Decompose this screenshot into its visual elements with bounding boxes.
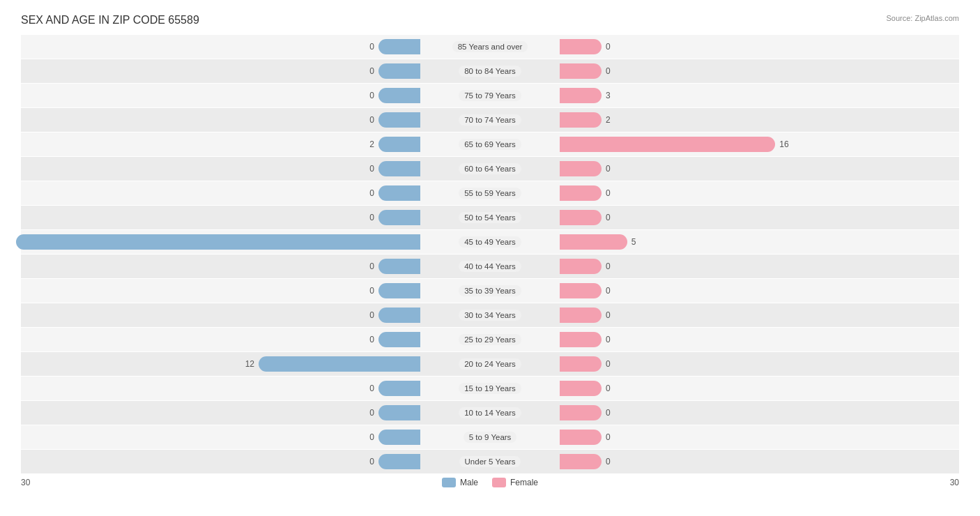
male-bar	[378, 454, 420, 469]
male-value: 0	[369, 408, 374, 418]
bar-row: 05 to 9 Years0	[21, 425, 959, 449]
age-label: 60 to 64 Years	[420, 164, 560, 174]
right-section: 0	[560, 279, 959, 303]
chart-title: SEX AND AGE IN ZIP CODE 65589	[21, 14, 959, 26]
bar-row: 025 to 29 Years0	[21, 328, 959, 351]
male-value: 0	[369, 432, 374, 442]
bar-row: 3045 to 49 Years5	[21, 230, 959, 254]
age-label: 45 to 49 Years	[420, 237, 560, 247]
female-value: 0	[606, 42, 611, 52]
male-bar	[378, 39, 420, 54]
axis-right-label: 30	[950, 478, 959, 487]
right-section: 16	[560, 132, 959, 156]
left-section: 0	[21, 59, 420, 83]
right-section: 0	[560, 352, 959, 376]
female-bar	[560, 283, 602, 298]
female-value: 0	[606, 164, 611, 174]
female-value: 0	[606, 261, 611, 271]
female-value: 0	[606, 310, 611, 320]
right-section: 3	[560, 84, 959, 107]
age-label: 15 to 19 Years	[420, 384, 560, 393]
left-section: 0	[21, 84, 420, 107]
male-bar	[378, 259, 420, 274]
age-label: 85 Years and over	[420, 42, 560, 52]
male-value: 0	[369, 42, 374, 52]
age-label: Under 5 Years	[420, 457, 560, 466]
female-bar	[560, 63, 602, 79]
right-section: 0	[560, 425, 959, 449]
female-bar	[560, 234, 627, 250]
male-value: 0	[369, 164, 374, 174]
male-value: 0	[369, 66, 374, 76]
female-bar	[560, 39, 602, 54]
bar-row: 060 to 64 Years0	[21, 157, 959, 181]
female-bar	[560, 332, 602, 347]
age-label: 40 to 44 Years	[420, 261, 560, 271]
legend: Male Female	[442, 478, 538, 487]
right-section: 2	[560, 108, 959, 132]
male-value: 0	[369, 91, 374, 100]
left-section: 0	[21, 328, 420, 351]
legend-male: Male	[442, 478, 478, 487]
age-label: 50 to 54 Years	[420, 213, 560, 222]
bar-row: 265 to 69 Years16	[21, 132, 959, 156]
age-label: 75 to 79 Years	[420, 91, 560, 100]
legend-female-color	[492, 478, 506, 487]
age-label: 20 to 24 Years	[420, 359, 560, 369]
bar-row: 010 to 14 Years0	[21, 401, 959, 425]
male-bar	[378, 161, 420, 176]
female-bar	[560, 430, 602, 445]
male-value: 0	[369, 384, 374, 393]
male-value: 0	[369, 188, 374, 198]
bar-row: 030 to 34 Years0	[21, 303, 959, 327]
male-bar	[378, 405, 420, 420]
age-label: 25 to 29 Years	[420, 335, 560, 344]
male-bar	[378, 381, 420, 396]
left-section: 0	[21, 279, 420, 303]
female-bar	[560, 259, 602, 274]
bar-row: 080 to 84 Years0	[21, 59, 959, 83]
bar-row: 035 to 39 Years0	[21, 279, 959, 303]
left-section: 0	[21, 450, 420, 473]
male-bar	[378, 308, 420, 323]
male-bar	[378, 63, 420, 79]
female-value: 0	[606, 213, 611, 222]
male-value: 0	[369, 335, 374, 344]
male-value: 0	[369, 310, 374, 320]
female-value: 5	[631, 237, 636, 247]
left-section: 0	[21, 157, 420, 181]
female-value: 0	[606, 384, 611, 393]
male-value: 0	[369, 457, 374, 466]
female-value: 0	[606, 359, 611, 369]
right-section: 0	[560, 255, 959, 278]
right-section: 0	[560, 303, 959, 327]
male-bar	[378, 88, 420, 103]
male-bar	[378, 332, 420, 347]
male-value: 12	[245, 359, 254, 369]
age-label: 10 to 14 Years	[420, 408, 560, 418]
left-section: 0	[21, 181, 420, 205]
left-section: 0	[21, 35, 420, 59]
left-section: 2	[21, 132, 420, 156]
bar-row: 040 to 44 Years0	[21, 255, 959, 278]
right-section: 0	[560, 59, 959, 83]
female-value: 0	[606, 66, 611, 76]
female-value: 0	[606, 286, 611, 296]
male-bar	[378, 137, 420, 152]
bottom-axis: 30 Male Female 30	[21, 478, 959, 487]
legend-female: Female	[492, 478, 538, 487]
left-section: 0	[21, 303, 420, 327]
right-section: 0	[560, 157, 959, 181]
female-bar	[560, 88, 602, 103]
female-bar	[560, 356, 602, 372]
age-label: 35 to 39 Years	[420, 286, 560, 296]
age-label: 55 to 59 Years	[420, 188, 560, 198]
chart-container: SEX AND AGE IN ZIP CODE 65589 Source: Zi…	[0, 0, 980, 516]
bar-row: 1220 to 24 Years0	[21, 352, 959, 376]
source-text: Source: ZipAtlas.com	[886, 14, 959, 22]
bar-row: 075 to 79 Years3	[21, 84, 959, 107]
male-bar	[378, 210, 420, 225]
female-bar	[560, 381, 602, 396]
bar-row: 015 to 19 Years0	[21, 377, 959, 400]
right-section: 0	[560, 181, 959, 205]
